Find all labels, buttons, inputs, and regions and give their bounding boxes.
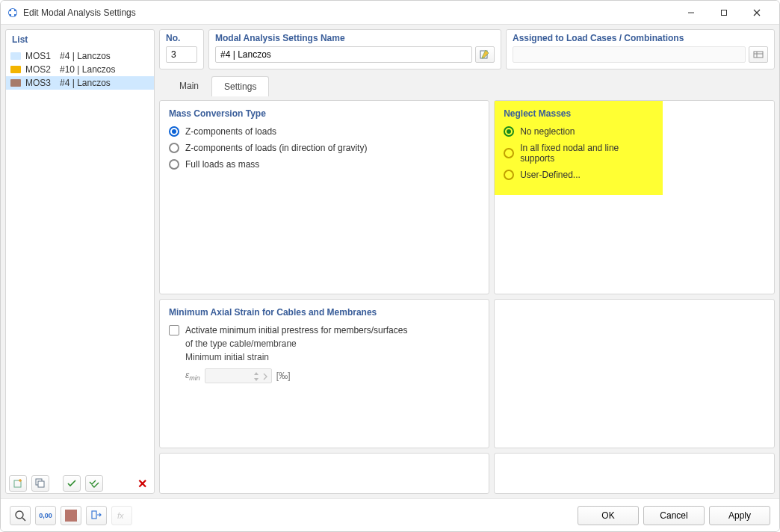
close-button[interactable] xyxy=(740,1,773,24)
tab-settings[interactable]: Settings xyxy=(211,76,269,96)
cancel-button[interactable]: Cancel xyxy=(643,506,705,525)
minimize-button[interactable] xyxy=(675,1,708,24)
radio-icon xyxy=(169,143,179,153)
mass-opt-full-loads[interactable]: Full loads as mass xyxy=(169,159,480,170)
list-label: #10 | Lanczos xyxy=(60,64,149,75)
no-input[interactable] xyxy=(166,46,197,63)
svg-rect-16 xyxy=(92,511,96,519)
delete-item-button[interactable]: ✕ xyxy=(133,475,151,492)
apply-button[interactable]: Apply xyxy=(709,506,770,525)
list-label: #4 | Lanczos xyxy=(60,78,149,88)
list-swatch xyxy=(10,79,21,87)
radio-label: Z-components of loads (in direction of g… xyxy=(185,143,367,153)
min-strain-input[interactable] xyxy=(205,368,272,383)
name-box: Modal Analysis Settings Name xyxy=(208,29,501,69)
check-all-button[interactable] xyxy=(85,475,103,492)
assigned-show-button[interactable] xyxy=(749,46,768,63)
right-pane: No. Modal Analysis Settings Name Assigne… xyxy=(159,29,775,494)
settings-grid: Mass Conversion Type Z-components of loa… xyxy=(159,100,775,494)
radio-label: Full loads as mass xyxy=(185,159,259,170)
neglect-box: Neglect Masses No neglection In all fixe… xyxy=(494,100,775,294)
min-strain-unit: [‰] xyxy=(276,371,291,381)
color-swatch xyxy=(65,510,77,522)
assigned-field xyxy=(513,46,746,63)
radio-icon xyxy=(169,159,179,170)
assigned-box: Assigned to Load Cases / Combinations xyxy=(506,29,775,69)
list-box: List MOS1 #4 | Lanczos MOS2 #10 | Lanczo… xyxy=(5,29,155,494)
checkbox-label: Activate minimum initial prestress for m… xyxy=(185,325,407,335)
window-title: Edit Modal Analysis Settings xyxy=(23,7,136,18)
ok-button[interactable]: OK xyxy=(578,506,639,525)
neglect-opt-none[interactable]: No neglection xyxy=(504,126,654,137)
min-strain-box: Minimum Axial Strain for Cables and Memb… xyxy=(159,299,489,448)
formula-button[interactable]: fx xyxy=(111,506,132,525)
min-strain-sublabel: Minimum initial strain xyxy=(169,352,480,362)
content-area: List MOS1 #4 | Lanczos MOS2 #10 | Lanczo… xyxy=(1,25,779,498)
check-single-button[interactable] xyxy=(63,475,81,492)
svg-point-14 xyxy=(16,511,23,519)
list-swatch xyxy=(10,66,21,73)
mass-opt-z-gravity[interactable]: Z-components of loads (in direction of g… xyxy=(169,143,480,153)
new-item-button[interactable] xyxy=(9,475,27,492)
neglect-opt-user-defined[interactable]: User-Defined... xyxy=(504,170,654,180)
title-bar: Edit Modal Analysis Settings xyxy=(1,1,779,25)
mass-opt-z-components[interactable]: Z-components of loads xyxy=(169,126,480,137)
radio-icon xyxy=(504,126,514,137)
checkbox-icon xyxy=(169,325,179,335)
maximize-button[interactable] xyxy=(708,1,740,24)
list-label: #4 | Lanczos xyxy=(60,51,149,61)
list-header: List xyxy=(6,30,154,49)
units-button[interactable]: 0,00 xyxy=(35,506,56,525)
min-strain-checkbox-row[interactable]: Activate minimum initial prestress for m… xyxy=(169,325,480,335)
radio-label: User-Defined... xyxy=(520,170,581,180)
assigned-label: Assigned to Load Cases / Combinations xyxy=(513,33,768,43)
edit-name-button[interactable] xyxy=(475,46,495,63)
svg-text:fx: fx xyxy=(117,511,124,520)
mass-conversion-title: Mass Conversion Type xyxy=(169,108,480,119)
name-input[interactable] xyxy=(215,46,472,63)
list-row-mos3[interactable]: MOS3 #4 | Lanczos xyxy=(6,76,154,90)
list-id: MOS1 xyxy=(25,51,55,61)
top-row: No. Modal Analysis Settings Name Assigne… xyxy=(159,29,775,69)
duplicate-item-button[interactable] xyxy=(31,475,49,492)
min-strain-title: Minimum Axial Strain for Cables and Memb… xyxy=(169,307,480,318)
radio-label: Z-components of loads xyxy=(185,126,276,137)
svg-rect-4 xyxy=(722,10,727,15)
list-id: MOS3 xyxy=(25,78,55,88)
tab-bar: Main Settings xyxy=(159,75,775,96)
empty-box-right-mid xyxy=(494,299,775,448)
radio-icon xyxy=(504,148,514,158)
list-swatch xyxy=(10,52,21,60)
help-button[interactable] xyxy=(10,506,31,525)
list-body: MOS1 #4 | Lanczos MOS2 #10 | Lanczos MOS… xyxy=(6,49,154,474)
neglect-title: Neglect Masses xyxy=(504,108,654,119)
checkbox-label-line2: of the type cable/membrane xyxy=(169,338,480,349)
tab-main[interactable]: Main xyxy=(167,75,211,96)
svg-rect-2 xyxy=(9,11,16,14)
radio-icon xyxy=(504,170,514,180)
neglect-opt-fixed-supports[interactable]: In all fixed nodal and line supports xyxy=(504,143,654,164)
mass-conversion-box: Mass Conversion Type Z-components of loa… xyxy=(159,100,489,294)
radio-label: In all fixed nodal and line supports xyxy=(520,143,654,164)
color-swatch-button[interactable] xyxy=(61,506,81,525)
empty-box-bottom-right xyxy=(494,453,775,494)
empty-box-bottom-left xyxy=(159,453,489,494)
no-box: No. xyxy=(159,29,204,69)
footer: 0,00 fx OK Cancel Apply xyxy=(1,498,779,531)
list-id: MOS2 xyxy=(25,64,55,75)
svg-line-15 xyxy=(22,518,25,521)
app-icon xyxy=(7,7,19,19)
radio-icon xyxy=(169,126,179,137)
svg-rect-9 xyxy=(38,481,44,487)
list-row-mos2[interactable]: MOS2 #10 | Lanczos xyxy=(6,63,154,76)
no-label: No. xyxy=(166,33,197,43)
list-row-mos1[interactable]: MOS1 #4 | Lanczos xyxy=(6,49,154,63)
reset-button[interactable] xyxy=(86,506,107,525)
radio-label: No neglection xyxy=(520,126,575,137)
left-pane: List MOS1 #4 | Lanczos MOS2 #10 | Lanczo… xyxy=(5,29,155,494)
list-toolbar: ✕ xyxy=(6,474,154,493)
min-strain-symbol: εmin xyxy=(185,370,200,382)
name-label: Modal Analysis Settings Name xyxy=(215,33,495,43)
svg-rect-11 xyxy=(754,52,763,58)
min-strain-input-row: εmin [‰] xyxy=(169,368,480,383)
